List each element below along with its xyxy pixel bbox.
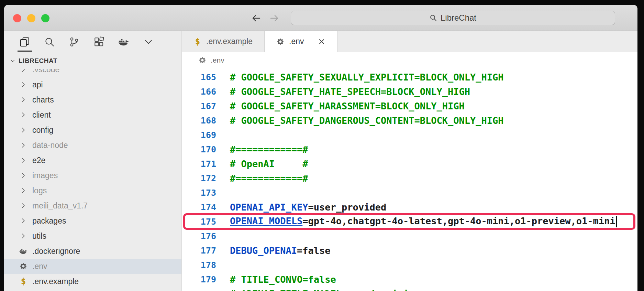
sidebar-item-api[interactable]: api [4, 77, 181, 92]
chevron-down-icon[interactable] [143, 36, 154, 47]
code-line-177[interactable]: 177DEBUG_OPENAI=false [182, 243, 637, 258]
dollar-icon: $ [19, 277, 27, 285]
code-line-179[interactable]: 179# TITLE_CONVO=false [182, 272, 637, 287]
extensions-icon[interactable] [93, 36, 104, 47]
line-number: 180 [182, 289, 216, 291]
sidebar-item-label: e2e [32, 156, 45, 165]
code-text: # GOOGLE_SAFETY_SEXUALLY_EXPLICIT=BLOCK_… [216, 72, 504, 83]
chevron-icon [19, 126, 27, 134]
dollar-icon: $ [193, 37, 202, 46]
line-number: 177 [182, 246, 216, 256]
chevron-icon [19, 80, 27, 89]
gear-icon [19, 262, 27, 270]
close-icon[interactable] [318, 37, 326, 46]
line-number: 165 [182, 72, 216, 82]
sidebar-item-env-example[interactable]: $.env.example [4, 274, 181, 289]
activity-bar [4, 31, 181, 53]
code-line-178[interactable]: 178 [182, 258, 637, 272]
code-line-168[interactable]: 168# GOOGLE_SAFETY_DANGEROUS_CONTENT=BLO… [182, 113, 637, 128]
editor-pane: $ .env.example .env .env 165# GOOGLE_SAF… [182, 31, 637, 291]
line-number: 175 [182, 217, 216, 227]
code-line-173[interactable]: 173 [182, 185, 637, 200]
sidebar-item-label: config [32, 126, 53, 135]
sidebar-item-meili-data-v1-7[interactable]: meili_data_v1.7 [4, 198, 181, 213]
sidebar-item-charts[interactable]: charts [4, 92, 181, 107]
code-line-169[interactable]: 169 [182, 128, 637, 142]
code-text: OPENAI_MODELS=gpt-4o,chatgpt-4o-latest,g… [216, 216, 617, 228]
sidebar-item-images[interactable]: images [4, 168, 181, 183]
sidebar-item-env[interactable]: .env [4, 259, 181, 274]
sidebar-item-client[interactable]: client [4, 107, 181, 122]
chevron-icon [19, 171, 27, 180]
code-area[interactable]: 165# GOOGLE_SAFETY_SEXUALLY_EXPLICIT=BLO… [182, 68, 637, 291]
sidebar-item-label: packages [32, 216, 66, 226]
line-number: 179 [182, 274, 216, 284]
back-button[interactable] [251, 13, 262, 23]
code-text: # GOOGLE_SAFETY_HARASSMENT=BLOCK_ONLY_HI… [216, 101, 465, 111]
command-center-search[interactable]: LibreChat [291, 11, 615, 25]
project-name: LIBRECHAT [19, 57, 57, 65]
code-text: #============# [216, 173, 308, 184]
code-text: OPENAI_API_KEY=user_provided [216, 202, 386, 213]
chevron-down-icon [10, 58, 16, 64]
code-line-166[interactable]: 166# GOOGLE_SAFETY_HATE_SPEECH=BLOCK_ONL… [182, 84, 637, 99]
code-line-174[interactable]: 174OPENAI_API_KEY=user_provided [182, 200, 637, 214]
close-window-button[interactable] [13, 14, 21, 22]
search-icon [430, 14, 437, 22]
sidebar-item-e2e[interactable]: e2e [4, 153, 181, 168]
title-bar: LibreChat [4, 5, 637, 31]
code-line-180[interactable]: 180# OPENAI_TITLE_MODEL=gpt-4o-mini [182, 287, 637, 291]
sidebar-item-utils[interactable]: utils [4, 228, 181, 244]
code-text: #============# [216, 144, 308, 155]
minimize-window-button[interactable] [27, 14, 35, 22]
gear-icon [276, 37, 285, 46]
sidebar-item-label: data-node [32, 141, 68, 150]
code-line-175[interactable]: 175OPENAI_MODELS=gpt-4o,chatgpt-4o-lates… [182, 214, 637, 229]
code-line-170[interactable]: 170#============# [182, 142, 637, 157]
chevron-icon [19, 111, 27, 119]
forward-button[interactable] [269, 13, 279, 23]
vscode-window: LibreChat LIBRECHAT .vscodeapichartsclie… [4, 5, 637, 291]
source-control-icon[interactable] [69, 36, 80, 47]
code-text: # OpenAI # [216, 159, 308, 169]
sidebar-item-packages[interactable]: packages [4, 213, 181, 228]
chevron-icon [19, 141, 27, 149]
tab-env-example[interactable]: $ .env.example [182, 31, 265, 52]
window-title: LibreChat [441, 13, 476, 23]
chevron-icon [19, 217, 27, 225]
sidebar-item-label: images [32, 171, 58, 180]
chevron-icon [19, 96, 27, 104]
docker-icon [19, 247, 27, 255]
sidebar-item-data-node[interactable]: data-node [4, 138, 181, 153]
line-number: 171 [182, 159, 216, 169]
explorer-header[interactable]: LIBRECHAT [4, 53, 181, 69]
files-icon[interactable] [19, 36, 30, 47]
sidebar-item-dockerignore[interactable]: .dockerignore [4, 244, 181, 259]
line-number: 166 [182, 87, 216, 97]
code-line-176[interactable]: 176 [182, 229, 637, 243]
code-line-167[interactable]: 167# GOOGLE_SAFETY_HARASSMENT=BLOCK_ONLY… [182, 99, 637, 113]
code-text: DEBUG_OPENAI=false [216, 245, 331, 256]
traffic-lights [13, 14, 49, 22]
code-text: # GOOGLE_SAFETY_DANGEROUS_CONTENT=BLOCK_… [216, 115, 504, 126]
sidebar-item-label: charts [32, 95, 54, 105]
sidebar-item-logs[interactable]: logs [4, 183, 181, 198]
line-number: 167 [182, 101, 216, 111]
gear-icon [198, 56, 207, 64]
breadcrumb[interactable]: .env [182, 52, 637, 68]
chevron-icon [19, 232, 27, 240]
line-number: 173 [182, 188, 216, 198]
code-line-171[interactable]: 171# OpenAI # [182, 157, 637, 171]
sidebar-item-label: api [32, 80, 43, 89]
sidebar-item-label: meili_data_v1.7 [32, 201, 88, 211]
sidebar-item-config[interactable]: config [4, 122, 181, 138]
tab-env[interactable]: .env [265, 31, 337, 52]
code-line-172[interactable]: 172#============# [182, 171, 637, 185]
line-number: 170 [182, 144, 216, 154]
search-icon[interactable] [44, 36, 55, 47]
maximize-window-button[interactable] [41, 14, 49, 22]
code-text: # OPENAI_TITLE_MODEL=gpt-4o-mini [216, 289, 409, 291]
code-line-165[interactable]: 165# GOOGLE_SAFETY_SEXUALLY_EXPLICIT=BLO… [182, 70, 637, 84]
docker-icon[interactable] [118, 36, 129, 47]
sidebar-item-label: .env [32, 262, 47, 271]
